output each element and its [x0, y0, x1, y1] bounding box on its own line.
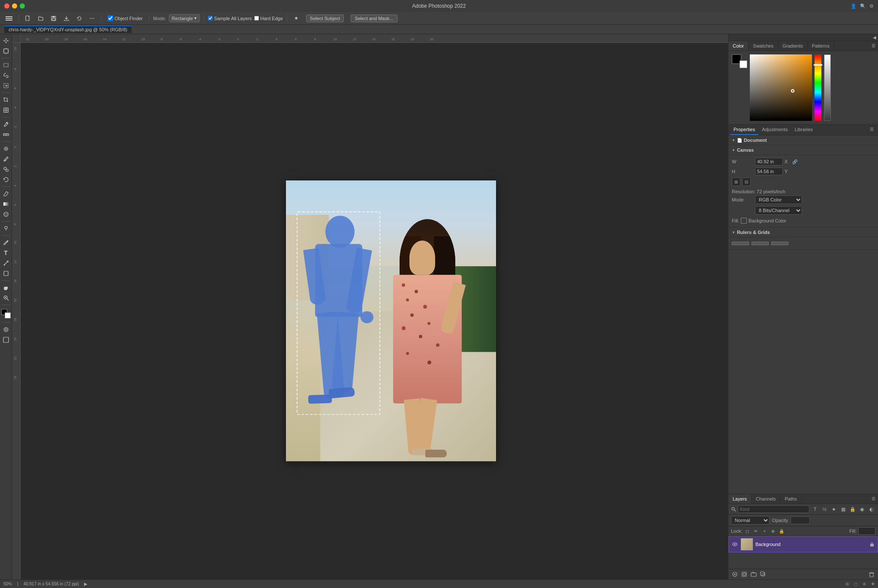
tool-quick-mask[interactable] [1, 325, 11, 334]
delete-layer-btn[interactable] [868, 570, 875, 578]
tool-slice[interactable] [1, 105, 11, 115]
tab-patterns[interactable]: Patterns [808, 41, 834, 51]
tool-text[interactable]: T [1, 248, 11, 258]
tool-crop[interactable] [1, 95, 11, 105]
add-group-btn[interactable] [750, 570, 758, 578]
tool-object-select[interactable] [1, 81, 11, 90]
section-rulers-header[interactable]: ▼ Rulers & Grids [728, 228, 878, 237]
titlebar-buttons[interactable] [4, 3, 25, 9]
props-menu-btn[interactable]: ☰ [867, 125, 876, 135]
foreground-background-colors[interactable] [1, 309, 11, 318]
tab-libraries[interactable]: Libraries [791, 125, 816, 135]
save-btn[interactable] [48, 15, 59, 22]
close-button[interactable] [4, 3, 9, 9]
tab-paths[interactable]: Paths [781, 494, 802, 504]
alpha-strip[interactable] [824, 54, 831, 121]
tool-healing-brush[interactable] [1, 144, 11, 153]
height-input[interactable] [755, 168, 783, 175]
status-arrow[interactable]: ▶ [84, 582, 87, 586]
quick-export-btn[interactable] [61, 15, 72, 22]
tab-channels[interactable]: Channels [752, 494, 780, 504]
color-gradient-picker[interactable] [750, 54, 812, 121]
tool-clone-stamp[interactable] [1, 165, 11, 174]
ruler-preview-3[interactable] [771, 242, 788, 245]
tab-layers[interactable]: Layers [728, 494, 752, 504]
tool-history-brush[interactable] [1, 175, 11, 184]
width-input[interactable] [755, 158, 783, 165]
profile-icon[interactable]: 👤 [851, 3, 857, 9]
add-fill-adjustment-btn[interactable] [731, 570, 739, 578]
tool-shape[interactable] [1, 269, 11, 278]
select-and-mask-button[interactable]: Select and Mask... [349, 14, 400, 23]
tool-change-screen-mode[interactable] [1, 335, 11, 345]
section-canvas-header[interactable]: ▼ Canvas [728, 145, 878, 155]
tool-pen[interactable] [1, 238, 11, 247]
search-icon[interactable]: 🔍 [860, 3, 866, 9]
layers-filter-color-icon[interactable]: ◉ [858, 505, 866, 513]
layers-filter-effects-icon[interactable]: ★ [830, 505, 838, 513]
settings-icon[interactable]: ⚙ [869, 3, 874, 9]
tool-artboard[interactable] [1, 46, 11, 56]
blend-mode-select[interactable]: Normal [731, 516, 770, 525]
bg-swatch[interactable] [740, 60, 747, 68]
status-icon-1[interactable]: ⊞ [845, 582, 849, 586]
doc-tab-active[interactable]: chris-hardy-_VlDPYQXrdY-unsplash.jpg @ 5… [4, 26, 132, 33]
fill-input[interactable] [858, 527, 875, 535]
tool-zoom[interactable] [1, 293, 11, 303]
extra-icon-btn[interactable] [291, 15, 301, 22]
tool-ruler[interactable] [1, 130, 11, 139]
color-mode-select[interactable]: RGB Color [755, 195, 802, 204]
opacity-input[interactable] [791, 516, 810, 524]
object-finder-check[interactable]: Object Finder [105, 15, 145, 22]
layers-filter-mode-icon[interactable]: ▦ [839, 505, 847, 513]
open-document-btn[interactable] [36, 15, 46, 22]
maximize-button[interactable] [20, 3, 25, 9]
lock-all-btn[interactable]: 🔒 [778, 528, 785, 534]
layer-item-background[interactable]: Background [728, 536, 878, 552]
layer-visibility-toggle[interactable] [731, 541, 738, 548]
mode-dropdown[interactable]: Rectangle ▾ [169, 14, 200, 22]
tab-color[interactable]: Color [728, 41, 749, 51]
hue-strip[interactable] [815, 54, 821, 121]
app-menu-icon[interactable] [3, 14, 15, 23]
tool-hand[interactable] [1, 283, 11, 292]
tool-path-select[interactable] [1, 258, 11, 268]
layers-filter-attr-icon[interactable]: 🔒 [849, 505, 857, 513]
tab-properties[interactable]: Properties [730, 125, 758, 135]
lock-transparent-btn[interactable]: ◻ [744, 528, 751, 534]
sample-all-layers-checkbox[interactable]: Sample All Layers [208, 16, 252, 21]
add-layer-mask-btn[interactable] [740, 570, 748, 578]
tool-gradient[interactable] [1, 199, 11, 209]
new-layer-btn[interactable] [759, 570, 767, 578]
lock-artboard-btn[interactable]: + [761, 528, 768, 534]
layers-filter-adj-icon[interactable]: ½ [821, 505, 828, 513]
status-icon-4[interactable]: ✚ [871, 582, 875, 586]
hard-edge-checkbox[interactable]: Hard Edge [254, 16, 283, 21]
status-icon-3[interactable]: ⊕ [863, 582, 866, 586]
tool-lasso[interactable] [1, 71, 11, 80]
layers-menu-btn[interactable]: ☰ [869, 494, 878, 504]
select-subject-button[interactable]: Select Subject [304, 14, 346, 23]
background-color[interactable] [5, 312, 11, 318]
section-document-header[interactable]: ▼ 📄 Document [728, 135, 878, 145]
canvas-area[interactable]: -22 -20 -18 -16 -14 -12 -10 -8 -6 -4 -2 … [12, 34, 728, 579]
link-dimensions-icon[interactable]: 🔗 [791, 158, 798, 165]
ruler-preview-2[interactable] [752, 242, 769, 245]
tool-eyedropper[interactable] [1, 120, 11, 129]
new-document-btn[interactable] [23, 15, 33, 22]
tab-swatches[interactable]: Swatches [749, 41, 778, 51]
ruler-preview-1[interactable] [732, 242, 749, 245]
layers-filter-type-icon[interactable]: T [811, 505, 819, 513]
layers-search-input[interactable] [738, 505, 809, 513]
lock-image-btn[interactable]: ✏ [752, 528, 759, 534]
canvas-icon-1[interactable]: ⊞ [732, 177, 740, 186]
layers-filter-toggle[interactable]: ◐ [868, 505, 875, 513]
minimize-button[interactable] [12, 3, 17, 9]
color-panel-menu-btn[interactable]: ☰ [869, 41, 878, 51]
status-icon-2[interactable]: ◻ [854, 582, 857, 586]
tool-eraser[interactable] [1, 189, 11, 198]
tab-gradients[interactable]: Gradients [778, 41, 808, 51]
collapse-panel-btn[interactable]: ◀ [873, 35, 876, 40]
tool-move[interactable] [1, 36, 11, 45]
extra-options-btn[interactable] [87, 15, 97, 22]
